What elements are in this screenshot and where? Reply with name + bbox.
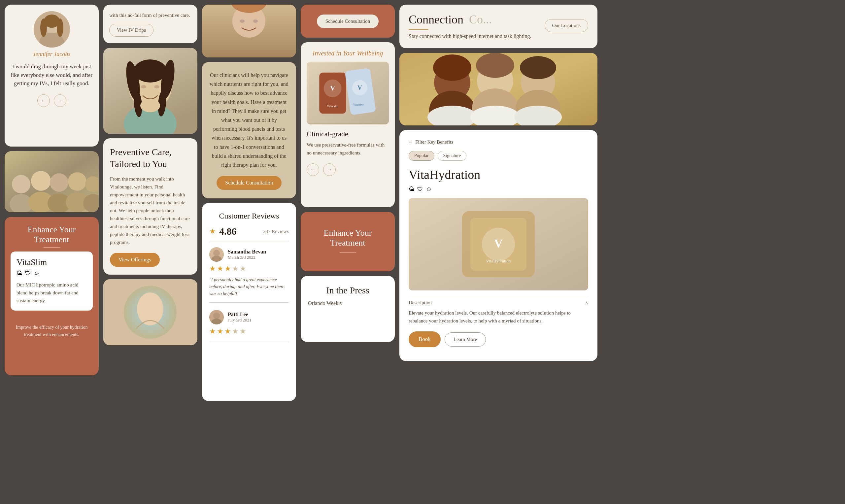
testimonial-card: Jennifer Jacobs I would drag through my … bbox=[5, 5, 99, 146]
review-count: 237 Reviews bbox=[263, 229, 289, 234]
svg-text:VitaHydration: VitaHydration bbox=[486, 258, 511, 264]
testimonial-text: I would drag through my week just like e… bbox=[11, 62, 93, 88]
smile-icon: ☺ bbox=[34, 270, 40, 277]
view-offerings-button[interactable]: View Offerings bbox=[110, 253, 160, 267]
view-iv-drips-button[interactable]: View IV Drips bbox=[109, 24, 154, 37]
next-arrow[interactable]: → bbox=[54, 94, 66, 107]
preventive-title: Preventive Care, Tailored to You bbox=[110, 146, 191, 170]
clinical-grade-title: Clinical-grade bbox=[307, 130, 389, 138]
reviewer-avatar-1 bbox=[209, 247, 224, 262]
product-description: Our MIC lipotropic amino acid blend help… bbox=[17, 281, 87, 305]
smile-icon-2: ☺ bbox=[426, 186, 432, 193]
next-arrow-invested[interactable]: → bbox=[323, 163, 336, 176]
svg-point-24 bbox=[134, 59, 167, 83]
shield-icon: 🛡 bbox=[25, 270, 31, 277]
consult-desc-card: Our clinicians will help you navigate wh… bbox=[202, 62, 296, 198]
invested-title: Invested in Your Wellbeing bbox=[307, 50, 389, 57]
reviews-title: Customer Reviews bbox=[209, 212, 289, 220]
vitahydration-card: ≡ Filter Key Benefits Popular Signature … bbox=[399, 130, 597, 361]
enhance-divider-center bbox=[340, 252, 356, 253]
iv-drips-card: with this no-fail form of preventive car… bbox=[103, 5, 197, 43]
prev-arrow-invested[interactable]: ← bbox=[307, 163, 319, 176]
enhance-divider-left bbox=[43, 247, 60, 248]
column-4: Schedule Consultation Invested in Your W… bbox=[301, 5, 395, 342]
column-1: Jennifer Jacobs I would drag through my … bbox=[5, 5, 99, 375]
svg-text:Vitabrive: Vitabrive bbox=[353, 103, 364, 106]
enhance-treatment-card-center: Enhance Your Treatment bbox=[301, 212, 395, 271]
connection-subtitle: Stay connected with high-speed internet … bbox=[409, 32, 538, 40]
review-date-2: July 5rd 2021 bbox=[228, 318, 289, 323]
svg-point-7 bbox=[12, 175, 30, 193]
svg-text:Vitacalm: Vitacalm bbox=[327, 104, 338, 108]
svg-point-13 bbox=[68, 172, 87, 191]
reviewer-name-2: Patti Lee bbox=[228, 311, 289, 318]
review-date-1: March 3rd 2022 bbox=[228, 255, 289, 260]
svg-point-9 bbox=[31, 171, 51, 191]
svg-point-27 bbox=[140, 99, 160, 112]
schedule-consult-button-top[interactable]: Schedule Consultation bbox=[317, 15, 379, 28]
svg-point-54 bbox=[433, 54, 471, 81]
woman-photo-card bbox=[103, 48, 197, 134]
in-press-title: In the Press bbox=[308, 285, 388, 296]
connection-card: Connection Co... Stay connected with hig… bbox=[399, 5, 597, 48]
invested-wellbeing-card: Invested in Your Wellbeing V Vita bbox=[301, 42, 395, 207]
enhance-title-left: Enhance Your Treatment bbox=[11, 225, 93, 245]
schedule-consult-button-center[interactable]: Schedule Consultation bbox=[217, 176, 281, 190]
vitacalm-image: V Vitacalm V Vitabrive bbox=[307, 62, 389, 124]
tag-popular[interactable]: Popular bbox=[409, 151, 434, 161]
reviews-card: Customer Reviews ★ 4.86 237 Reviews bbox=[202, 203, 296, 401]
svg-point-60 bbox=[520, 56, 556, 79]
preventive-care-card: Preventive Care, Tailored to You From th… bbox=[103, 138, 197, 275]
reviewer-avatar-2 bbox=[209, 310, 224, 324]
vitahydration-benefit-icons: 🌤 🛡 ☺ bbox=[409, 186, 588, 193]
svg-point-35 bbox=[253, 19, 258, 23]
tag-signature[interactable]: Signature bbox=[438, 151, 467, 161]
schedule-top-card: Schedule Consultation bbox=[301, 5, 395, 38]
reviewer-name-1: Samantha Bevan bbox=[228, 249, 289, 255]
vitahydration-image: V VitaHydration bbox=[409, 198, 588, 290]
prev-arrow[interactable]: ← bbox=[37, 94, 50, 107]
description-header: Description ∧ bbox=[409, 296, 588, 306]
svg-text:V: V bbox=[330, 84, 335, 92]
enhance-treatment-card-left: Enhance Your Treatment VitaSlim 🌤 🛡 ☺ Ou… bbox=[5, 217, 99, 375]
publication-name: Orlando Weekly bbox=[308, 300, 388, 306]
cloud-icon-2: 🌤 bbox=[409, 186, 415, 193]
preventive-description: From the moment you walk into Vitalounge… bbox=[110, 175, 191, 246]
learn-more-button[interactable]: Learn More bbox=[445, 332, 486, 346]
clinical-grade-desc: We use preservative-free formulas with n… bbox=[307, 141, 389, 157]
svg-point-26 bbox=[154, 85, 159, 88]
rating-score: 4.86 bbox=[219, 226, 237, 237]
column-5: Connection Co... Stay connected with hig… bbox=[399, 5, 597, 361]
book-button[interactable]: Book bbox=[409, 331, 441, 347]
review-item-1: Samantha Bevan March 3rd 2022 ★ ★ ★ ★ ★ … bbox=[209, 242, 289, 303]
vitahydration-name: VitaHydration bbox=[409, 167, 588, 182]
benefit-icons: 🌤 🛡 ☺ bbox=[17, 270, 87, 277]
review-stars-2: ★ ★ ★ ★ ★ bbox=[209, 327, 289, 336]
svg-point-57 bbox=[476, 53, 514, 78]
description-text: Elevate your hydration levels. Our caref… bbox=[409, 309, 588, 325]
svg-point-25 bbox=[141, 85, 146, 88]
enhance-title-center: Enhance Your Treatment bbox=[307, 228, 389, 248]
review-stars-1: ★ ★ ★ ★ ★ bbox=[209, 264, 289, 273]
chevron-icon: ∧ bbox=[585, 300, 588, 306]
shield-icon-2: 🛡 bbox=[417, 186, 423, 193]
reviewer-name: Jennifer Jacobs bbox=[33, 51, 70, 58]
svg-text:V: V bbox=[358, 84, 362, 91]
review-item-2: Patti Lee July 5rd 2021 ★ ★ ★ ★ ★ bbox=[209, 305, 289, 341]
svg-point-37 bbox=[213, 250, 220, 256]
vitaslim-card: VitaSlim 🌤 🛡 ☺ Our MIC lipotropic amino … bbox=[11, 252, 93, 311]
column-3: Our clinicians will help you navigate wh… bbox=[202, 5, 296, 401]
our-locations-button[interactable]: Our Locations bbox=[545, 19, 588, 32]
svg-point-11 bbox=[50, 173, 68, 192]
person-top-card bbox=[202, 5, 296, 57]
product-tags: Popular Signature bbox=[409, 151, 588, 161]
svg-point-5 bbox=[57, 18, 64, 37]
action-buttons: Book Learn More bbox=[409, 331, 588, 347]
reviewer-info-1: Samantha Bevan March 3rd 2022 bbox=[228, 249, 289, 260]
consult-description: Our clinicians will help you navigate wh… bbox=[209, 71, 289, 169]
enhance-footer-text: Improve the efficacy of your hydration t… bbox=[11, 324, 93, 339]
women-group-photo bbox=[399, 53, 597, 125]
bottom-image-card-col2 bbox=[103, 279, 197, 345]
connection-heading: Connection Co... bbox=[409, 13, 538, 26]
svg-point-40 bbox=[213, 312, 220, 319]
